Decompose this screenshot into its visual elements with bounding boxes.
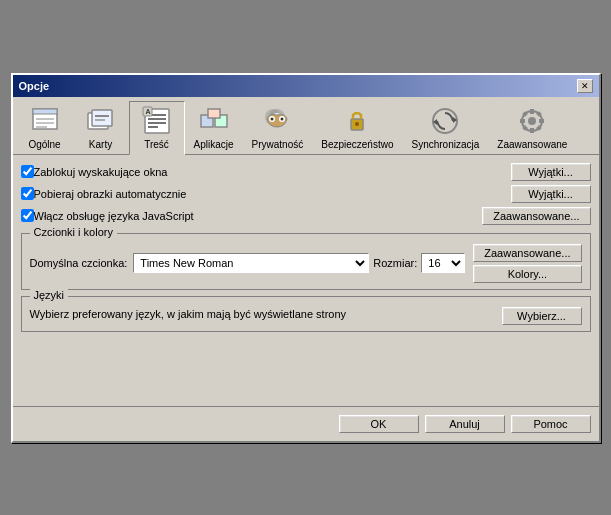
- obrazki-wyjatki-button[interactable]: Wyjątki...: [511, 185, 591, 203]
- tab-ogolne-label: Ogólne: [28, 139, 60, 150]
- svg-rect-36: [520, 119, 525, 123]
- tab-synchronizacja[interactable]: Synchronizacja: [402, 101, 488, 154]
- blokuj-row: Zablokuj wyskakujące okna Wyjątki...: [21, 163, 591, 181]
- svg-point-28: [355, 122, 359, 126]
- tab-prywatnosc[interactable]: Prywatność: [243, 101, 313, 154]
- blokuj-wyjatki-button[interactable]: Wyjątki...: [511, 163, 591, 181]
- svg-rect-8: [95, 119, 105, 121]
- svg-point-26: [281, 117, 284, 120]
- svg-rect-1: [33, 109, 57, 114]
- svg-rect-37: [539, 119, 544, 123]
- javascript-label: Włącz obsługę języka JavaScript: [34, 210, 194, 222]
- javascript-checkbox[interactable]: [21, 209, 34, 222]
- colors-button[interactable]: Kolory...: [473, 265, 581, 283]
- languages-select-button[interactable]: Wybierz...: [502, 307, 582, 325]
- font-buttons-col: Zaawansowane... Kolory...: [473, 244, 581, 283]
- tab-synchronizacja-label: Synchronizacja: [411, 139, 479, 150]
- svg-rect-18: [208, 109, 220, 118]
- title-bar-controls: ✕: [577, 79, 593, 93]
- tab-karty[interactable]: Karty: [73, 101, 129, 154]
- spacer: [21, 338, 591, 398]
- fonts-advanced-button[interactable]: Zaawansowane...: [473, 244, 581, 262]
- tab-ogolne[interactable]: Ogólne: [17, 101, 73, 154]
- tab-zaawansowane[interactable]: Zaawansowane: [488, 101, 576, 154]
- tab-bezpieczenstwo-label: Bezpieczeństwo: [321, 139, 393, 150]
- javascript-advanced-button[interactable]: Zaawansowane...: [482, 207, 590, 225]
- tab-tresc-label: Treść: [144, 139, 169, 150]
- synchronizacja-icon: [429, 105, 461, 137]
- cancel-button[interactable]: Anuluj: [425, 415, 505, 433]
- tab-aplikacje[interactable]: Aplikacje: [185, 101, 243, 154]
- fonts-section: Czcionki i kolory Domyślna czcionka: Tim…: [21, 233, 591, 290]
- fonts-legend: Czcionki i kolory: [30, 226, 117, 238]
- size-label: Rozmiar:: [373, 257, 417, 269]
- size-select[interactable]: 16: [421, 253, 465, 273]
- title-bar: Opcje ✕: [13, 75, 599, 97]
- toolbar: Ogólne Karty: [13, 97, 599, 155]
- languages-legend: Języki: [30, 289, 69, 301]
- bezpieczenstwo-icon: [341, 105, 373, 137]
- help-button[interactable]: Pomoc: [511, 415, 591, 433]
- ok-button[interactable]: OK: [339, 415, 419, 433]
- tab-karty-label: Karty: [89, 139, 112, 150]
- checkboxes-section: Zablokuj wyskakujące okna Wyjątki... Pob…: [21, 163, 591, 225]
- svg-rect-35: [530, 128, 534, 133]
- svg-rect-6: [92, 110, 112, 126]
- close-button[interactable]: ✕: [577, 79, 593, 93]
- tab-prywatnosc-label: Prywatność: [252, 139, 304, 150]
- obrazki-checkbox[interactable]: [21, 187, 34, 200]
- window-title: Opcje: [19, 80, 50, 92]
- options-window: Opcje ✕ Ogólne: [11, 73, 601, 443]
- content-area: Zablokuj wyskakujące okna Wyjątki... Pob…: [13, 155, 599, 406]
- tab-aplikacje-label: Aplikacje: [194, 139, 234, 150]
- bottom-buttons-bar: OK Anuluj Pomoc: [13, 406, 599, 441]
- tab-zaawansowane-label: Zaawansowane: [497, 139, 567, 150]
- zaawansowane-icon: [516, 105, 548, 137]
- aplikacje-icon: [198, 105, 230, 137]
- karty-icon: [85, 105, 117, 137]
- blokuj-label: Zablokuj wyskakujące okna: [34, 166, 168, 178]
- javascript-row: Włącz obsługę języka JavaScript Zaawanso…: [21, 207, 591, 225]
- svg-rect-34: [530, 109, 534, 114]
- blokuj-checkbox[interactable]: [21, 165, 34, 178]
- font-label: Domyślna czcionka:: [30, 257, 128, 269]
- languages-section: Języki Wybierz preferowany język, w jaki…: [21, 296, 591, 332]
- languages-text: Wybierz preferowany język, w jakim mają …: [30, 308, 502, 320]
- svg-point-33: [528, 117, 536, 125]
- svg-text:A: A: [145, 108, 150, 115]
- svg-point-25: [271, 117, 274, 120]
- tab-bezpieczenstwo[interactable]: Bezpieczeństwo: [312, 101, 402, 154]
- svg-rect-7: [95, 115, 109, 117]
- prywatnosc-icon: [261, 105, 293, 137]
- ogolne-icon: [29, 105, 61, 137]
- obrazki-label: Pobieraj obrazki automatycznie: [34, 188, 187, 200]
- obrazki-row: Pobieraj obrazki automatycznie Wyjątki..…: [21, 185, 591, 203]
- tresc-icon: A: [141, 105, 173, 137]
- font-select[interactable]: Times New Roman: [133, 253, 369, 273]
- tab-tresc[interactable]: A Treść: [129, 101, 185, 155]
